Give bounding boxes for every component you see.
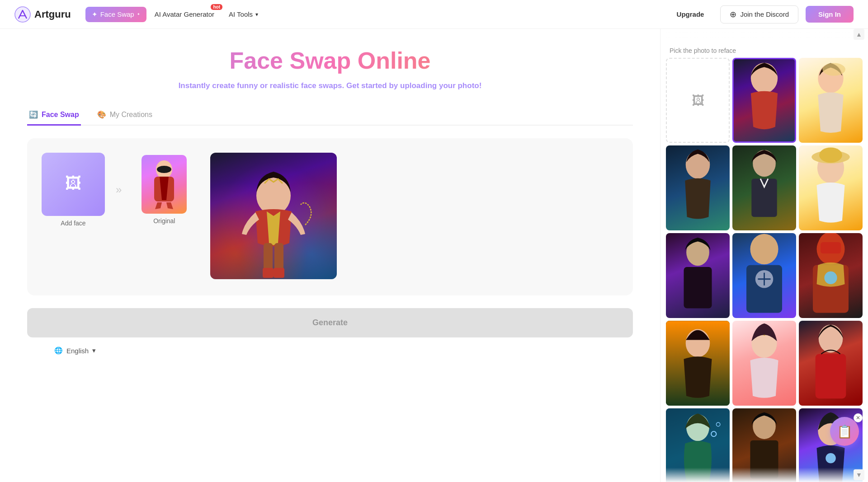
chat-open-button[interactable]: 📋 — [830, 417, 859, 446]
original-face-card: Original — [132, 155, 196, 225]
svg-rect-8 — [263, 268, 274, 278]
subtitle-highlight: realistic face swaps — [270, 81, 342, 90]
photo-item[interactable] — [799, 321, 863, 406]
chat-icon: 📋 — [837, 424, 853, 439]
photo-person-svg — [799, 321, 863, 406]
globe-icon: 🌐 — [54, 346, 63, 355]
svg-rect-27 — [821, 242, 841, 253]
sidebar-title: Pick the photo to reface — [660, 40, 868, 58]
nav-face-swap-dot: ✦ — [137, 12, 140, 16]
page-title: Face Swap Online — [27, 47, 633, 74]
svg-point-12 — [822, 63, 845, 76]
upgrade-button[interactable]: Upgrade — [668, 7, 713, 22]
generate-button[interactable]: Generate — [27, 308, 633, 337]
photo-item[interactable] — [666, 145, 730, 230]
header-right: Upgrade ⊕ Join the Discord Sign In — [668, 5, 854, 23]
photo-item[interactable] — [666, 233, 730, 318]
add-face-card: 🖼 Add face — [42, 153, 105, 227]
upload-new-button[interactable]: 🖼 — [666, 58, 730, 143]
photo-item[interactable] — [799, 58, 863, 143]
svg-point-18 — [819, 147, 842, 163]
original-label: Original — [153, 217, 175, 225]
photo-person-svg — [732, 145, 796, 230]
discord-icon: ⊕ — [730, 9, 736, 19]
photo-person-svg — [799, 58, 863, 143]
photo-person-svg — [799, 233, 863, 318]
tab-my-creations[interactable]: 🎨 My Creations — [95, 105, 154, 126]
swap-area: 🖼 Add face » — [27, 138, 633, 295]
chat-close-button[interactable]: ✕ — [854, 413, 863, 422]
svg-point-0 — [15, 7, 30, 22]
photo-person-svg — [732, 321, 796, 406]
chat-widget: ✕ 📋 — [830, 417, 859, 446]
svg-point-28 — [824, 271, 837, 284]
photo-item[interactable] — [732, 321, 796, 406]
signin-button[interactable]: Sign In — [806, 6, 854, 23]
svg-rect-9 — [274, 268, 284, 278]
header: Artguru ✦ Face Swap ✦ hot AI Avatar Gene… — [0, 0, 868, 29]
svg-point-42 — [826, 453, 836, 463]
nav: ✦ Face Swap ✦ hot AI Avatar Generator AI… — [85, 7, 264, 22]
nav-ai-tools-label: AI Tools — [229, 10, 253, 18]
original-thumb-svg — [146, 159, 182, 209]
tabs: 🔄 Face Swap 🎨 My Creations — [27, 105, 633, 126]
main-layout: Face Swap Online Instantly create funny … — [0, 29, 868, 482]
photo-person-svg — [799, 145, 863, 230]
logo[interactable]: Artguru — [14, 6, 71, 23]
face-swap-tab-icon: 🔄 — [29, 110, 38, 119]
photo-person-svg — [666, 145, 730, 230]
original-thumb[interactable] — [142, 155, 187, 214]
logo-icon — [14, 6, 31, 23]
photo-item[interactable] — [732, 233, 796, 318]
nav-ai-avatar-label: AI Avatar Generator — [155, 10, 214, 18]
svg-point-3 — [157, 166, 171, 173]
chevron-down-icon: ▾ — [255, 11, 258, 18]
preview-image-container: Original — [210, 153, 337, 279]
preview-image[interactable] — [210, 153, 337, 279]
photo-person-svg — [666, 233, 730, 318]
subtitle-start: Instantly create funny or — [179, 81, 270, 90]
photo-person-svg — [666, 321, 730, 406]
page-subtitle: Instantly create funny or realistic face… — [27, 81, 633, 90]
svg-rect-20 — [684, 267, 712, 309]
language-label: English — [66, 347, 89, 355]
tab-my-creations-label: My Creations — [110, 111, 152, 119]
arrow-right-icon: » — [116, 183, 122, 196]
scroll-down-button[interactable]: ▼ — [854, 469, 864, 480]
photo-item[interactable] — [666, 321, 730, 406]
nav-face-swap[interactable]: ✦ Face Swap ✦ — [85, 7, 146, 22]
tab-face-swap[interactable]: 🔄 Face Swap — [27, 105, 81, 126]
original-thumb-inner — [142, 155, 187, 214]
svg-point-21 — [750, 234, 778, 265]
photo-item[interactable] — [732, 145, 796, 230]
photo-person-svg — [734, 59, 795, 141]
discord-button[interactable]: ⊕ Join the Discord — [720, 5, 798, 23]
svg-rect-15 — [751, 179, 777, 217]
nav-face-swap-label: Face Swap — [100, 10, 134, 18]
header-left: Artguru ✦ Face Swap ✦ hot AI Avatar Gene… — [14, 6, 264, 23]
svg-rect-33 — [816, 354, 846, 399]
nav-ai-avatar[interactable]: hot AI Avatar Generator — [148, 7, 221, 22]
creations-tab-icon: 🎨 — [97, 110, 106, 119]
photo-item[interactable] — [732, 58, 796, 143]
logo-text: Artguru — [34, 9, 71, 20]
language-selector[interactable]: 🌐 English ▾ — [27, 337, 633, 364]
svg-point-10 — [751, 63, 778, 94]
wand-icon: ✦ — [92, 10, 98, 19]
svg-point-32 — [819, 325, 843, 353]
add-face-label: Add face — [61, 220, 85, 227]
nav-ai-tools[interactable]: AI Tools ▾ — [222, 7, 264, 22]
photo-person-svg — [732, 233, 796, 318]
photo-item[interactable] — [799, 145, 863, 230]
preview-area: Original — [210, 153, 618, 281]
image-add-icon: 🖼 — [65, 174, 81, 193]
tab-face-swap-label: Face Swap — [42, 111, 79, 119]
scroll-up-button[interactable]: ▲ — [854, 29, 864, 40]
face-input-section: 🖼 Add face » — [42, 153, 196, 227]
chevron-down-icon: ▾ — [92, 346, 96, 355]
add-face-button[interactable]: 🖼 — [42, 153, 105, 216]
subtitle-end: . Get started by uploading your photo! — [342, 81, 482, 90]
photo-item[interactable] — [799, 233, 863, 318]
hot-badge: hot — [211, 4, 222, 10]
preview-person-svg — [210, 153, 337, 279]
